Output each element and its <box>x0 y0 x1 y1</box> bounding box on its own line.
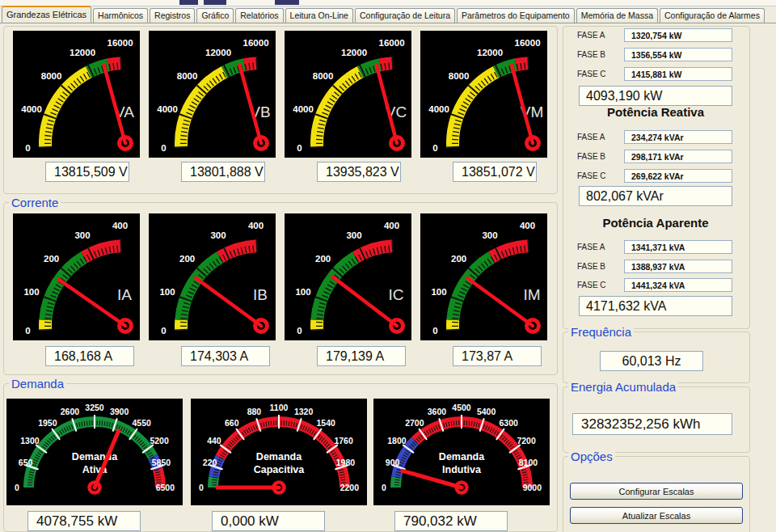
voltage-readout-vb: 13801,888 V <box>181 162 265 182</box>
demand-gauge-ativa: 0650130019502600325039004550520058506500… <box>6 399 183 505</box>
svg-text:6300: 6300 <box>500 418 519 428</box>
voltage-gauge-vm: 0400080001200016000VM <box>420 31 547 158</box>
app-window: Grandezas ElétricasHarmônicosRegistrosGr… <box>0 0 776 532</box>
demand-readout-capacitiva: 0,000 kW <box>212 511 325 531</box>
svg-text:0: 0 <box>15 483 19 492</box>
tab-registros[interactable]: Registros <box>150 8 195 23</box>
potencia_reativa-fase-a-label: FASE A <box>577 133 605 141</box>
tab-parametros-do-equipamento[interactable]: Parâmetros do Equipamento <box>457 8 575 23</box>
tab-configuracao-de-alarmes[interactable]: Configuração de Alarmes <box>660 8 765 23</box>
svg-text:Demanda: Demanda <box>439 451 485 462</box>
tab-content-divider <box>0 23 776 23</box>
tab-configuracao-de-leitura[interactable]: Configuração de Leitura <box>355 8 455 23</box>
svg-text:0: 0 <box>297 143 302 153</box>
potencia_ativa-fase-c-label: FASE C <box>577 70 606 78</box>
svg-text:16000: 16000 <box>243 38 269 48</box>
energia-readout: 32832352,256 kWh <box>572 413 732 435</box>
svg-text:4500: 4500 <box>452 403 471 412</box>
svg-text:8100: 8100 <box>519 458 538 467</box>
potencia_reativa-fase-c-label: FASE C <box>577 171 606 180</box>
demand-gauge-indutiva: 0900180027003600450054006300720081009000… <box>373 399 550 505</box>
svg-text:200: 200 <box>179 254 195 264</box>
tab-grandezas-eletricas[interactable]: Grandezas Elétricas <box>2 6 91 23</box>
voltage-readout-va: 13815,509 V <box>45 162 129 182</box>
svg-text:100: 100 <box>159 287 175 297</box>
current-readout-im: 173,87 A <box>453 346 542 366</box>
current-readout-ic: 179,139 A <box>317 346 406 366</box>
tab-relatorios[interactable]: Relatórios <box>235 8 283 23</box>
svg-text:2200: 2200 <box>340 483 360 492</box>
potencia_reativa-fase-c-value: 269,622 kVAr <box>624 169 732 183</box>
toolbar-remnant-block-1 <box>179 0 198 5</box>
potencia_aparente-fase-b-label: FASE B <box>577 262 605 271</box>
svg-text:0: 0 <box>161 143 166 153</box>
voltage-gauge-vb: 0400080001200016000VB <box>149 31 276 158</box>
svg-text:1320: 1320 <box>294 407 314 416</box>
tab-harmonicos[interactable]: Harmônicos <box>93 8 148 23</box>
svg-text:6500: 6500 <box>156 483 175 492</box>
potencia_reativa-fase-b-label: FASE B <box>577 152 605 161</box>
voltage-gauge-vc: 0400080001200016000VC <box>285 31 411 158</box>
svg-text:200: 200 <box>44 254 59 264</box>
svg-text:1100: 1100 <box>270 403 289 412</box>
potencia_ativa-total: 4093,190 kW <box>579 86 732 106</box>
current-readout-ib: 174,303 A <box>181 346 270 366</box>
potencia_aparente-fase-a-value: 1341,371 kVA <box>624 240 732 254</box>
svg-text:2600: 2600 <box>61 407 80 416</box>
svg-text:900: 900 <box>386 458 400 467</box>
atualizar-escalas-button[interactable]: Atualizar Escalas <box>570 507 743 524</box>
svg-text:2700: 2700 <box>405 418 424 428</box>
svg-text:1300: 1300 <box>20 436 40 445</box>
svg-text:16000: 16000 <box>108 38 133 48</box>
energia-group-title: Energia Acumulada <box>568 380 678 394</box>
potencia_aparente-fase-c-label: FASE C <box>577 281 606 289</box>
svg-text:16000: 16000 <box>515 38 541 48</box>
svg-text:0: 0 <box>199 483 204 492</box>
svg-text:660: 660 <box>225 418 239 428</box>
svg-text:200: 200 <box>451 254 466 264</box>
potencia_reativa-fase-b-value: 298,171 kVAr <box>624 150 732 163</box>
svg-text:3600: 3600 <box>428 407 447 416</box>
current-readout-ia: 168,168 A <box>45 346 134 366</box>
svg-text:12000: 12000 <box>341 48 367 57</box>
svg-text:3250: 3250 <box>85 403 104 412</box>
svg-text:5850: 5850 <box>152 458 171 467</box>
svg-text:8000: 8000 <box>177 71 198 81</box>
configurar-escalas-button[interactable]: Configurar Escalas <box>570 483 743 500</box>
svg-text:100: 100 <box>295 287 310 297</box>
tab-memoria-de-massa[interactable]: Memória de Massa <box>576 8 658 23</box>
demand-readout-indutiva: 790,032 kW <box>394 511 508 531</box>
tab-grafico[interactable]: Gráfico <box>196 8 234 23</box>
svg-text:400: 400 <box>384 221 399 230</box>
potencia_ativa-fase-b-value: 1356,554 kW <box>624 48 732 61</box>
svg-text:300: 300 <box>74 230 90 240</box>
svg-text:880: 880 <box>247 407 262 416</box>
svg-text:Capacitiva: Capacitiva <box>254 464 306 475</box>
tab-leitura-on-line[interactable]: Leitura On-Line <box>285 8 353 23</box>
demand-readout-ativa: 4078,755 kW <box>27 511 141 531</box>
potencia_ativa-fase-a-value: 1320,754 kW <box>624 28 732 42</box>
current-gauge-im: 0100200300400IM <box>420 213 547 340</box>
svg-text:8000: 8000 <box>313 71 334 81</box>
svg-text:300: 300 <box>210 230 226 240</box>
svg-text:7200: 7200 <box>517 436 536 445</box>
svg-text:300: 300 <box>482 230 497 240</box>
svg-text:1540: 1540 <box>317 418 336 428</box>
current-gauge-ia: 0100200300400IA <box>13 213 140 340</box>
svg-text:0: 0 <box>25 143 30 153</box>
svg-text:0: 0 <box>297 326 302 336</box>
corrente-group-title: Corrente <box>9 196 61 209</box>
potencia_aparente-fase-b-value: 1388,937 kVA <box>624 260 732 273</box>
potencia_reativa-title: Potência Reativa <box>563 105 749 119</box>
svg-text:9000: 9000 <box>523 483 542 492</box>
voltage-gauge-va: 0400080001200016000VA <box>13 31 140 158</box>
svg-text:12000: 12000 <box>205 48 231 57</box>
svg-text:440: 440 <box>207 436 221 445</box>
svg-text:0: 0 <box>161 326 166 336</box>
current-gauge-ic: 0100200300400IC <box>285 213 411 340</box>
svg-text:0: 0 <box>432 326 437 336</box>
tab-bar: Grandezas ElétricasHarmônicosRegistrosGr… <box>2 6 776 23</box>
potencia_aparente-fase-c-value: 1441,324 kVA <box>624 278 732 292</box>
svg-text:IC: IC <box>389 286 404 303</box>
svg-text:1980: 1980 <box>336 458 356 467</box>
